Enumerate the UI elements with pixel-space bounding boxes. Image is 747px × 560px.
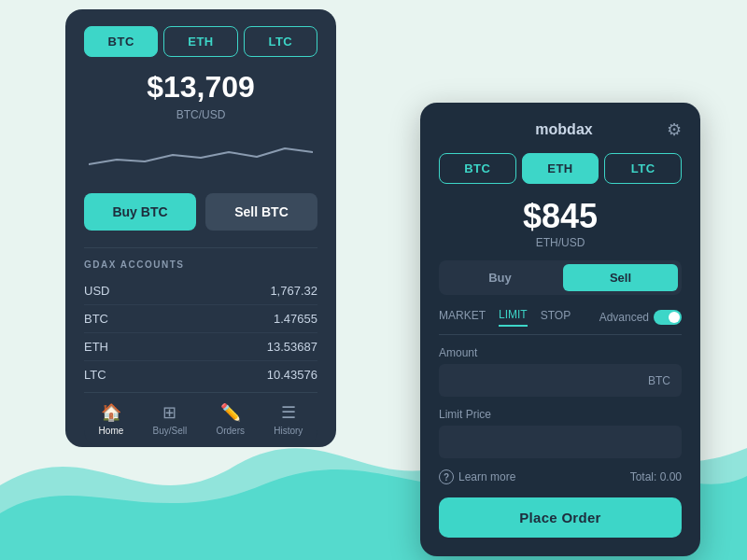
account-row-btc: BTC 1.47655: [84, 305, 317, 333]
right-price-value: $845: [439, 197, 682, 236]
right-tab-ltc[interactable]: LTC: [604, 153, 682, 184]
learn-more-link[interactable]: ? Learn more: [439, 469, 515, 484]
toggle-dot: [669, 312, 680, 323]
right-tab-btc[interactable]: BTC: [439, 153, 516, 184]
amount-suffix: BTC: [648, 374, 670, 387]
account-amount-btc: 1.47655: [274, 312, 317, 326]
left-action-buttons: Buy BTC Sell BTC: [84, 193, 317, 231]
right-tab-eth[interactable]: ETH: [522, 153, 599, 184]
buy-toggle-button[interactable]: Buy: [443, 264, 557, 291]
account-currency-usd: USD: [84, 284, 109, 298]
order-tab-limit[interactable]: LIMIT: [499, 308, 528, 327]
account-amount-ltc: 10.43576: [267, 368, 317, 382]
home-icon: 🏠: [101, 402, 121, 423]
account-amount-usd: 1,767.32: [270, 284, 317, 298]
right-tab-group: BTC ETH LTC: [439, 153, 682, 184]
limit-price-label: Limit Price: [439, 408, 682, 421]
sell-toggle-button[interactable]: Sell: [563, 264, 678, 291]
nav-item-history[interactable]: ☰ History: [274, 402, 303, 436]
left-price-pair: BTC/USD: [84, 108, 317, 121]
help-icon: ?: [439, 469, 454, 484]
right-header: mobdax ⚙: [439, 119, 682, 140]
left-buy-button[interactable]: Buy BTC: [84, 193, 196, 231]
limit-price-group: Limit Price: [439, 408, 682, 458]
left-tab-btc[interactable]: BTC: [84, 26, 158, 57]
buysell-icon: ⊞: [162, 402, 176, 423]
amount-input-wrapper: BTC: [439, 364, 682, 397]
nav-label-buysell: Buy/Sell: [153, 426, 188, 436]
nav-item-home[interactable]: 🏠 Home: [99, 402, 124, 436]
history-icon: ☰: [281, 402, 296, 423]
sparkline-chart: [89, 132, 313, 178]
order-tabs: MARKET LIMIT STOP Advanced: [439, 308, 682, 335]
accounts-section: GDAX ACCOUNTS USD 1,767.32 BTC 1.47655 E…: [84, 247, 317, 388]
account-amount-eth: 13.53687: [267, 340, 317, 354]
buy-sell-group: Buy Sell: [439, 260, 682, 295]
amount-group: Amount BTC: [439, 346, 682, 397]
left-tab-eth[interactable]: ETH: [163, 26, 237, 57]
nav-label-history: History: [274, 426, 303, 436]
limit-price-input[interactable]: [439, 426, 682, 458]
left-sell-button[interactable]: Sell BTC: [205, 193, 317, 231]
account-row-ltc: LTC 10.43576: [84, 361, 317, 388]
bottom-info-row: ? Learn more Total: 0.00: [439, 469, 682, 484]
left-card: BTC ETH LTC $13,709 BTC/USD Buy BTC Sell…: [65, 9, 336, 447]
left-price-value: $13,709: [84, 70, 317, 105]
app-title: mobdax: [461, 121, 667, 138]
total-label: Total: 0.00: [630, 470, 682, 483]
account-row-eth: ETH 13.53687: [84, 333, 317, 361]
advanced-toggle[interactable]: [654, 310, 682, 325]
settings-icon[interactable]: ⚙: [667, 119, 682, 140]
learn-more-label: Learn more: [458, 470, 515, 483]
right-card: mobdax ⚙ BTC ETH LTC $845 ETH/USD Buy Se…: [420, 103, 700, 556]
account-currency-ltc: LTC: [84, 368, 106, 382]
orders-icon: ✏️: [220, 402, 241, 423]
nav-label-orders: Orders: [216, 426, 245, 436]
nav-label-home: Home: [99, 426, 124, 436]
place-order-button[interactable]: Place Order: [439, 497, 682, 538]
account-row-usd: USD 1,767.32: [84, 277, 317, 305]
account-currency-eth: ETH: [84, 340, 108, 354]
order-tab-market[interactable]: MARKET: [439, 309, 486, 326]
accounts-label: GDAX ACCOUNTS: [84, 259, 317, 270]
amount-label: Amount: [439, 346, 682, 359]
left-tab-ltc[interactable]: LTC: [244, 26, 317, 57]
left-chart-area: [84, 129, 317, 180]
right-price-display: $845 ETH/USD: [439, 197, 682, 249]
left-price-display: $13,709: [84, 70, 317, 105]
order-tab-stop[interactable]: STOP: [541, 309, 571, 326]
nav-item-orders[interactable]: ✏️ Orders: [216, 402, 245, 436]
amount-input[interactable]: [439, 364, 682, 397]
bottom-nav: 🏠 Home ⊞ Buy/Sell ✏️ Orders ☰ History: [84, 392, 317, 447]
advanced-row: Advanced: [599, 310, 682, 325]
nav-item-buysell[interactable]: ⊞ Buy/Sell: [153, 402, 188, 436]
right-price-pair: ETH/USD: [439, 236, 682, 249]
account-currency-btc: BTC: [84, 312, 108, 326]
left-tab-group: BTC ETH LTC: [84, 26, 317, 57]
advanced-label: Advanced: [599, 311, 649, 324]
